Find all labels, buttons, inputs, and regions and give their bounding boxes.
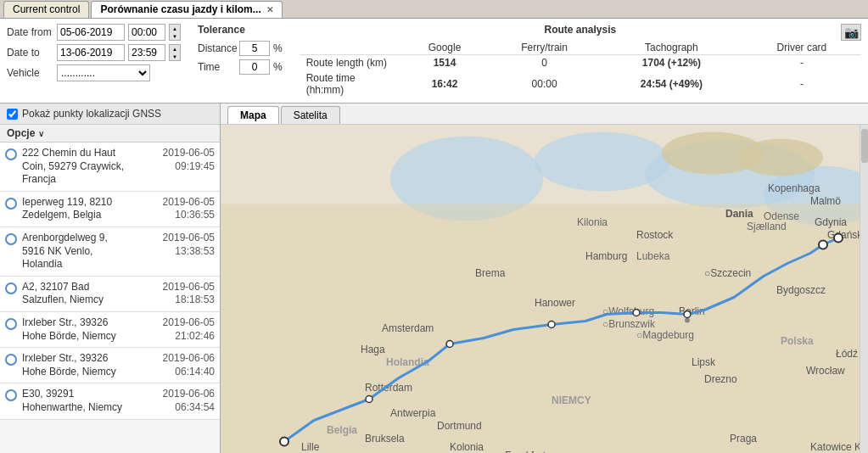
waypoint-info: 222 Chemin du HautCoin, 59279 Craywick,F… [22, 147, 156, 187]
waypoint-info: E30, 39291Hohenwarthe, Niemcy [22, 388, 156, 414]
waypoint-item[interactable]: A2, 32107 BadSalzuflen, Niemcy2019-06-05… [0, 277, 220, 312]
col-header-ferry: Ferry/train [488, 41, 601, 55]
tolerance-section: Tolerance Distance % Time % [198, 24, 283, 75]
svg-text:Drezno: Drezno [704, 373, 737, 385]
svg-text:Lipsk: Lipsk [692, 356, 716, 368]
waypoint-datetime: 2019-06-0509:19:45 [163, 147, 215, 173]
vehicle-label: Vehicle [7, 67, 53, 79]
svg-text:Brema: Brema [475, 267, 506, 279]
route-length-row: Route length (km) 1514 0 1704 (+12%) - [300, 55, 861, 71]
waypoint-info: Irxleber Str., 39326Hohe Börde, Niemcy [22, 352, 156, 378]
waypoint-item[interactable]: Ieperweg 119, 8210Zedelgem, Belgia2019-0… [0, 192, 220, 227]
waypoint-list[interactable]: 222 Chemin du HautCoin, 59279 Craywick,F… [0, 143, 220, 453]
spinner-down[interactable]: ▼ [170, 53, 180, 60]
svg-text:Hanower: Hanower [535, 297, 575, 309]
waypoint-icon [5, 198, 17, 210]
route-length-label: Route length (km) [300, 55, 401, 71]
route-length-tacho: 1704 (+12%) [601, 55, 742, 71]
svg-text:Haga: Haga [361, 344, 385, 355]
waypoint-item[interactable]: 222 Chemin du HautCoin, 59279 Craywick,F… [0, 143, 220, 192]
svg-text:Holandia: Holandia [386, 356, 429, 368]
waypoint-datetime: 2019-06-0510:36:55 [163, 196, 215, 222]
route-time-driver: - [742, 70, 861, 98]
tab-map-label: Mapa [240, 109, 266, 121]
svg-text:NIEMCY: NIEMCY [552, 394, 591, 406]
svg-point-24 [685, 318, 690, 323]
svg-text:Frankfurt: Frankfurt [505, 450, 546, 454]
route-length-google: 1514 [401, 55, 489, 71]
date-from-label: Date from [7, 26, 53, 38]
gnss-checkbox[interactable] [7, 109, 18, 120]
tab-satellite[interactable]: Satelita [281, 106, 340, 124]
col-header-google: Google [401, 41, 489, 55]
date-form: Date from ▲ ▼ Date to ▲ ▼ Vehicle ......… [7, 24, 181, 81]
waypoint-address: Irxleber Str., 39326Hohe Börde, Niemcy [22, 316, 156, 343]
tol-distance-input[interactable] [239, 41, 270, 56]
waypoint-info: A2, 32107 BadSalzuflen, Niemcy [22, 281, 156, 307]
waypoint-item[interactable]: E30, 39291Hohenwarthe, Niemcy2019-06-060… [0, 383, 220, 419]
svg-text:Kopenhaga: Kopenhaga [768, 182, 820, 194]
svg-point-49 [366, 396, 372, 403]
options-label: Opcje [7, 127, 35, 139]
svg-point-6 [738, 139, 823, 176]
waypoint-item[interactable]: Irxleber Str., 39326Hohe Börde, Niemcy20… [0, 312, 220, 348]
route-time-label: Route time (hh:mm) [300, 70, 401, 98]
tab-map[interactable]: Mapa [227, 106, 279, 124]
time-from-input[interactable] [128, 24, 165, 41]
col-header-empty [300, 41, 401, 55]
time-from-spinner[interactable]: ▲ ▼ [169, 24, 181, 41]
tolerance-title: Tolerance [198, 24, 283, 36]
route-time-tacho: 24:54 (+49%) [601, 70, 742, 98]
tab-comparison[interactable]: Porównanie czasu jazdy i kilom... ✕ [91, 1, 282, 18]
svg-text:Antwerpia: Antwerpia [390, 407, 436, 419]
svg-point-52 [633, 310, 640, 316]
route-time-ferry: 00:00 [488, 70, 601, 98]
spinner-up[interactable]: ▲ [170, 25, 180, 32]
options-bar[interactable]: Opcje ∨ [0, 125, 220, 143]
top-panel: Date from ▲ ▼ Date to ▲ ▼ Vehicle ......… [0, 19, 868, 103]
svg-point-50 [446, 341, 453, 348]
map-scrollbar-thumb [861, 129, 868, 163]
svg-point-55 [834, 234, 843, 243]
svg-text:Dania: Dania [725, 208, 753, 220]
date-from-row: Date from ▲ ▼ [7, 24, 181, 41]
tab-close-icon[interactable]: ✕ [266, 5, 273, 14]
waypoint-address: Ieperweg 119, 8210Zedelgem, Belgia [22, 196, 156, 222]
date-from-input[interactable] [57, 24, 125, 41]
tolerance-distance-row: Distance % [198, 41, 283, 56]
spinner-up[interactable]: ▲ [170, 45, 180, 53]
tol-time-input[interactable] [239, 59, 270, 75]
map-scrollbar[interactable] [860, 125, 868, 453]
map-svg: Dania Kopenhaga Malmö Sjælland Odense Ro… [221, 125, 868, 453]
svg-text:○Brunszwik: ○Brunszwik [602, 318, 656, 330]
time-to-spinner[interactable]: ▲ ▼ [169, 44, 181, 61]
options-arrow-icon: ∨ [38, 129, 44, 138]
map-tabs: Mapa Satelita [221, 103, 868, 125]
route-length-ferry: 0 [488, 55, 601, 71]
time-to-input[interactable] [128, 44, 165, 61]
waypoint-icon [5, 389, 17, 401]
waypoint-datetime: 2019-06-0606:14:40 [163, 352, 215, 378]
route-analysis-title: Route analysis [300, 24, 861, 36]
waypoint-info: Irxleber Str., 39326Hohe Börde, Niemcy [22, 316, 156, 343]
tab-label: Porównanie czasu jazdy i kilom... [100, 3, 260, 15]
svg-text:Lubeka: Lubeka [636, 250, 670, 262]
tab-current-control[interactable]: Current control [3, 1, 89, 18]
vehicle-select[interactable]: ............ [57, 64, 150, 81]
spinner-down[interactable]: ▼ [170, 32, 180, 40]
svg-text:Amsterdam: Amsterdam [382, 322, 434, 334]
svg-text:Dortmund: Dortmund [437, 420, 482, 432]
svg-rect-7 [221, 204, 868, 454]
date-to-input[interactable] [57, 44, 125, 61]
svg-text:Praga: Praga [730, 433, 757, 445]
waypoint-item[interactable]: Arenborgdelweg 9,5916 NK Venlo,Holandia2… [0, 227, 220, 277]
tol-distance-pct: % [273, 42, 283, 54]
tolerance-time-row: Time % [198, 59, 283, 75]
svg-text:Malmö: Malmö [810, 195, 841, 207]
svg-text:Kolonia: Kolonia [450, 441, 484, 453]
svg-text:Belgia: Belgia [327, 424, 357, 436]
svg-point-54 [819, 241, 827, 249]
waypoint-icon [5, 282, 17, 294]
waypoint-item[interactable]: Irxleber Str., 39326Hohe Börde, Niemcy20… [0, 348, 220, 383]
camera-button[interactable]: 📷 [841, 24, 861, 41]
